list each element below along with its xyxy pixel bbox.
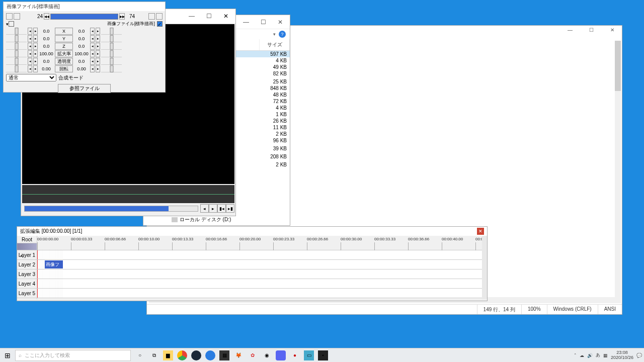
decrement-button[interactable]: ◂ <box>90 65 95 72</box>
maximize-button[interactable]: ☐ <box>201 11 216 21</box>
timeline-clip[interactable]: 画像ファ <box>45 260 63 268</box>
dropdown-icon[interactable]: ▾ <box>273 32 276 37</box>
increment-button[interactable]: ▸ <box>96 65 100 72</box>
tray-chevron-icon[interactable]: ˄ <box>574 353 577 358</box>
play-button[interactable]: ▸ <box>209 204 217 213</box>
slider[interactable] <box>101 50 122 57</box>
slider[interactable] <box>101 28 122 35</box>
param-label-button[interactable]: Z <box>55 43 73 50</box>
slider[interactable] <box>6 50 27 57</box>
step-forward-button[interactable]: ▸▸ <box>119 13 125 20</box>
app-icon[interactable]: ✿ <box>248 350 258 360</box>
layer-label[interactable]: Layer 3 <box>17 269 37 279</box>
help-icon[interactable]: ? <box>279 31 286 38</box>
cortana-icon[interactable]: ○ <box>135 350 145 360</box>
first-frame-button[interactable]: ▮◂ <box>217 204 226 213</box>
decrement-button[interactable]: ◂ <box>28 35 32 42</box>
maximize-button[interactable]: ☐ <box>584 27 599 36</box>
app-icon[interactable]: ▭ <box>304 350 314 360</box>
decrement-button[interactable]: ◂ <box>28 65 32 72</box>
increment-button[interactable]: ▸ <box>96 28 100 35</box>
notification-icon[interactable]: 💬 <box>636 353 642 358</box>
close-button[interactable]: ✕ <box>218 11 233 21</box>
drive-label[interactable]: ローカル ディスク (D:) <box>172 216 231 223</box>
frame-progress[interactable] <box>50 14 118 20</box>
minimize-button[interactable]: — <box>184 11 199 21</box>
minimize-button[interactable]: — <box>238 17 254 27</box>
param-label-button[interactable]: 回転 <box>55 65 73 72</box>
checkbox[interactable] <box>9 21 14 27</box>
slider[interactable] <box>6 28 27 35</box>
param-label-button[interactable]: X <box>55 28 73 35</box>
decrement-button[interactable]: ◂ <box>90 58 95 65</box>
slider[interactable] <box>101 35 122 42</box>
blend-mode-select[interactable]: 通常 <box>6 74 56 81</box>
layer-label[interactable]: Layer 2 <box>17 260 37 269</box>
decrement-button[interactable]: ◂ <box>90 50 95 57</box>
explorer-icon[interactable]: ▆ <box>163 350 173 360</box>
tool-icon[interactable] <box>6 13 13 20</box>
close-button[interactable]: ✕ <box>273 17 288 27</box>
maximize-button[interactable]: ☐ <box>256 17 271 27</box>
increment-button[interactable]: ▸ <box>33 43 38 50</box>
terminal-icon[interactable]: ▪ <box>318 350 328 360</box>
layer-label[interactable]: Layer 4 <box>17 279 37 289</box>
increment-button[interactable]: ▸ <box>96 50 100 57</box>
discord-icon[interactable] <box>276 350 286 360</box>
timeline-track[interactable] <box>37 279 482 289</box>
timeline-track[interactable] <box>37 269 482 279</box>
param-label-button[interactable]: Y <box>55 35 73 42</box>
slider[interactable] <box>6 58 27 65</box>
step-back-button[interactable]: ◂◂ <box>44 13 49 20</box>
slider[interactable] <box>101 65 122 72</box>
tray-icon[interactable]: ▦ <box>603 353 608 358</box>
search-box[interactable]: ⌕ ここに入力して検索 <box>15 350 131 361</box>
tray-ime-icon[interactable]: あ <box>596 352 600 358</box>
slider[interactable] <box>6 43 27 50</box>
decrement-button[interactable]: ◂ <box>28 28 32 35</box>
tool-icon[interactable] <box>14 13 20 20</box>
layer-label[interactable]: ↖Layer 1 <box>17 250 37 260</box>
root-label[interactable]: Root <box>17 236 37 243</box>
timeline-track[interactable] <box>37 250 482 260</box>
app-icon[interactable] <box>205 350 215 360</box>
prev-frame-button[interactable]: ◂ <box>200 204 209 213</box>
slider[interactable] <box>6 35 27 42</box>
decrement-button[interactable]: ◂ <box>90 28 95 35</box>
minimize-button[interactable]: — <box>562 27 578 36</box>
increment-button[interactable]: ▸ <box>33 50 38 57</box>
timeline-track[interactable]: 画像ファ <box>37 260 482 269</box>
increment-button[interactable]: ▸ <box>96 43 100 50</box>
timeline-ruler[interactable]: 00:00:00.0000:00:03.3300:00:06.6600:00:1… <box>37 236 482 250</box>
param-label-button[interactable]: 拡大率 <box>55 50 73 57</box>
taskbar-clock[interactable]: 23:08 2020/10/26 <box>611 350 633 360</box>
tool-icon[interactable] <box>156 13 163 20</box>
slider[interactable] <box>6 65 27 72</box>
app-icon[interactable]: ◉ <box>262 350 272 360</box>
close-button[interactable]: ✕ <box>605 27 620 36</box>
scrollbar-vertical[interactable] <box>615 41 621 303</box>
tray-icon[interactable]: ☁ <box>580 353 584 358</box>
last-frame-button[interactable]: ▸▮ <box>226 204 234 213</box>
decrement-button[interactable]: ◂ <box>90 43 95 50</box>
steam-icon[interactable] <box>191 350 201 360</box>
gimp-icon[interactable]: 🦊 <box>233 350 244 360</box>
slider[interactable] <box>101 58 122 65</box>
taskview-icon[interactable]: ⧉ <box>149 350 159 360</box>
app-icon[interactable]: ▦ <box>219 350 229 360</box>
tray-icon[interactable]: 🔊 <box>587 353 593 358</box>
start-button[interactable]: ⊞ <box>0 351 15 359</box>
decrement-button[interactable]: ◂ <box>28 43 32 50</box>
seek-bar[interactable] <box>24 206 198 212</box>
increment-button[interactable]: ▸ <box>33 65 38 72</box>
increment-button[interactable]: ▸ <box>96 58 100 65</box>
reference-file-button[interactable]: 参照ファイル <box>58 84 111 93</box>
scrollbar-vertical[interactable] <box>482 236 487 299</box>
increment-button[interactable]: ▸ <box>33 35 38 42</box>
decrement-button[interactable]: ◂ <box>28 58 32 65</box>
decrement-button[interactable]: ◂ <box>28 50 32 57</box>
record-icon[interactable]: ● <box>290 350 300 360</box>
checkbox[interactable]: ✓ <box>157 21 163 27</box>
param-label-button[interactable]: 透明度 <box>55 58 73 65</box>
layer-label[interactable]: Layer 5 <box>17 289 37 298</box>
